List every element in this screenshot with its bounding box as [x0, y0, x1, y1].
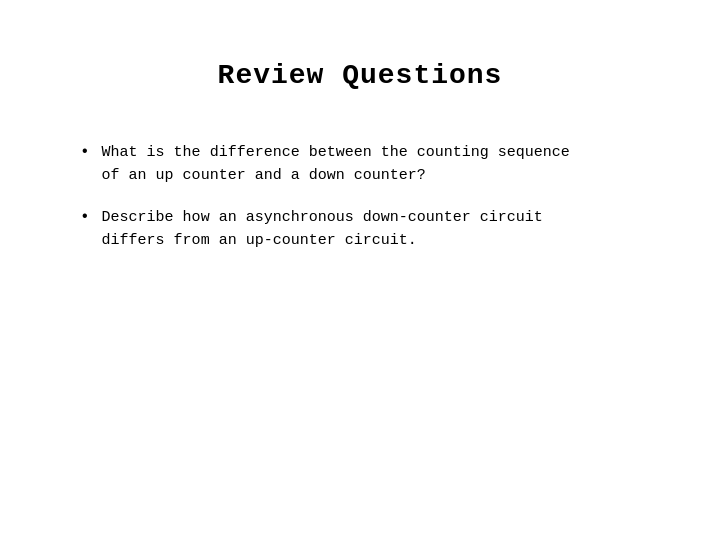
slide-container: Review Questions • What is the differenc…: [0, 0, 720, 540]
list-item: • What is the difference between the cou…: [80, 141, 640, 188]
bullet-text-1: What is the difference between the count…: [102, 141, 570, 188]
list-item: • Describe how an asynchronous down-coun…: [80, 206, 640, 253]
bullet-text-2: Describe how an asynchronous down-counte…: [102, 206, 543, 253]
bullet-dot-2: •: [80, 208, 90, 226]
bullet-list: • What is the difference between the cou…: [80, 141, 640, 252]
slide-title: Review Questions: [80, 60, 640, 91]
bullet-dot-1: •: [80, 143, 90, 161]
